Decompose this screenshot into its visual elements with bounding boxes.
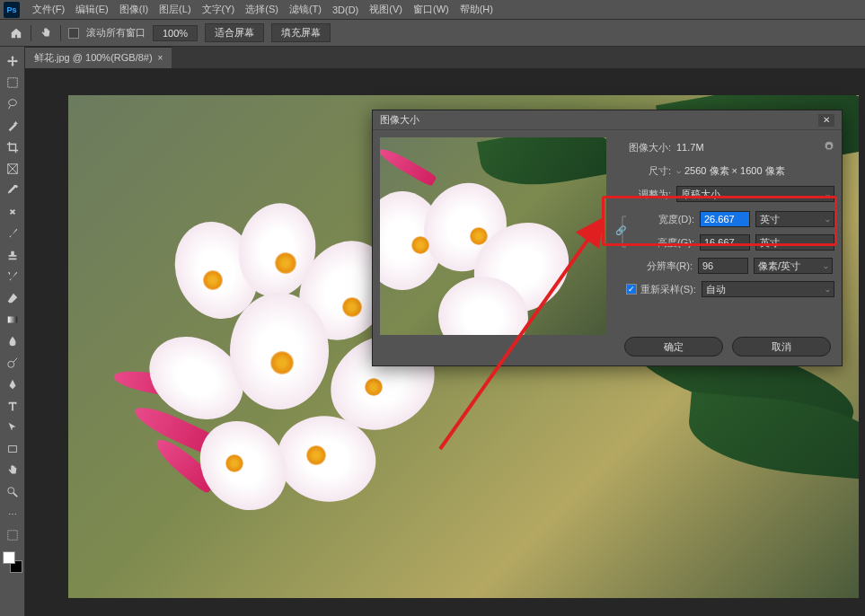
chevron-down-icon: ⌵	[825, 286, 830, 294]
hand-tool-icon[interactable]	[3, 461, 22, 480]
gear-icon[interactable]	[824, 141, 834, 154]
fill-screen-button[interactable]: 填充屏幕	[271, 23, 331, 42]
menubar: 文件(F) 编辑(E) 图像(I) 图层(L) 文字(Y) 选择(S) 滤镜(T…	[0, 0, 865, 20]
scroll-all-label: 滚动所有窗口	[86, 26, 146, 40]
color-swatches[interactable]	[3, 551, 22, 573]
resolution-input[interactable]	[698, 258, 748, 274]
cancel-button[interactable]: 取消	[732, 337, 831, 356]
ok-button[interactable]: 确定	[624, 337, 723, 356]
rectangle-tool-icon[interactable]	[3, 439, 22, 459]
height-input[interactable]	[700, 234, 750, 251]
dimensions-label: 尺寸:	[613, 164, 676, 178]
home-icon[interactable]	[9, 26, 23, 40]
menu-edit[interactable]: 编辑(E)	[70, 3, 114, 16]
chevron-down-icon: ⌵	[825, 216, 830, 224]
resample-label: 重新采样(S):	[640, 283, 696, 296]
gradient-tool-icon[interactable]	[3, 310, 22, 330]
stamp-tool-icon[interactable]	[3, 245, 22, 265]
width-label: 宽度(D):	[631, 213, 700, 226]
menu-file[interactable]: 文件(F)	[27, 3, 70, 16]
image-size-value: 11.7M	[676, 142, 704, 153]
dialog-titlebar[interactable]: 图像大小 ✕	[373, 110, 842, 130]
move-tool-icon[interactable]	[3, 51, 22, 71]
document-tab[interactable]: 鲜花.jpg @ 100%(RGB/8#) ×	[25, 47, 172, 68]
width-input[interactable]	[700, 211, 750, 227]
zoom-button[interactable]: 100%	[153, 25, 198, 41]
menu-layer[interactable]: 图层(L)	[154, 3, 196, 16]
toolbar-more-icon[interactable]: ⋯	[3, 504, 22, 524]
resample-select-value: 自动	[706, 283, 726, 296]
document-tabbar: 鲜花.jpg @ 100%(RGB/8#) ×	[25, 47, 865, 68]
dialog-title-text: 图像大小	[380, 113, 419, 127]
height-unit-value: 英寸	[760, 236, 780, 250]
marquee-tool-icon[interactable]	[3, 73, 22, 92]
fit-screen-button[interactable]: 适合屏幕	[205, 23, 264, 42]
width-unit-select[interactable]: 英寸 ⌵	[755, 211, 834, 227]
adjust-select-value: 原稿大小	[681, 188, 720, 201]
svg-rect-8	[7, 531, 17, 541]
resample-select[interactable]: 自动 ⌵	[702, 281, 834, 297]
history-brush-tool-icon[interactable]	[3, 267, 22, 286]
path-selection-tool-icon[interactable]	[3, 418, 22, 437]
close-icon[interactable]: ×	[158, 53, 163, 63]
menu-help[interactable]: 帮助(H)	[455, 3, 499, 16]
scroll-all-checkbox[interactable]	[68, 28, 79, 39]
eraser-tool-icon[interactable]	[3, 288, 22, 308]
document-tab-label: 鲜花.jpg @ 100%(RGB/8#)	[34, 51, 153, 65]
height-label: 高度(G):	[631, 236, 700, 250]
preview-thumbnail	[380, 137, 606, 335]
menu-image[interactable]: 图像(I)	[114, 3, 154, 16]
close-icon[interactable]: ✕	[818, 114, 834, 127]
menu-select[interactable]: 选择(S)	[240, 3, 284, 16]
frame-tool-icon[interactable]	[3, 159, 22, 179]
edit-toolbar-icon[interactable]	[3, 525, 22, 545]
image-size-dialog: 图像大小 ✕ 图像大小: 11.7M 尺寸: ⌵ 2560	[372, 110, 843, 366]
svg-rect-4	[7, 317, 17, 323]
menu-filter[interactable]: 滤镜(T)	[284, 3, 327, 16]
crop-tool-icon[interactable]	[3, 137, 22, 157]
adjust-select[interactable]: 原稿大小 ⌵	[676, 186, 834, 202]
hand-tool-icon[interactable]	[39, 26, 53, 40]
blur-tool-icon[interactable]	[3, 331, 22, 351]
resolution-label: 分辨率(R):	[630, 260, 698, 273]
options-bar: 滚动所有窗口 100% 适合屏幕 填充屏幕	[0, 20, 865, 47]
svg-rect-6	[8, 446, 16, 453]
chevron-down-icon: ⌵	[825, 190, 830, 198]
image-size-label: 图像大小:	[613, 141, 676, 154]
dodge-tool-icon[interactable]	[3, 353, 22, 373]
menu-view[interactable]: 视图(V)	[364, 3, 408, 16]
resample-checkbox[interactable]	[626, 284, 637, 295]
menu-3d[interactable]: 3D(D)	[327, 4, 364, 15]
svg-rect-0	[7, 78, 17, 88]
menu-window[interactable]: 窗口(W)	[408, 3, 455, 16]
svg-point-7	[7, 488, 13, 494]
ps-logo: Ps	[4, 2, 20, 18]
resolution-unit-value: 像素/英寸	[758, 260, 800, 273]
menu-type[interactable]: 文字(Y)	[197, 3, 241, 16]
chevron-down-icon[interactable]: ⌵	[676, 166, 681, 175]
height-unit-select[interactable]: 英寸 ⌵	[755, 234, 834, 251]
healing-tool-icon[interactable]	[3, 202, 22, 222]
dimensions-value: 2560 像素 × 1600 像素	[684, 164, 785, 178]
adjust-label: 调整为:	[613, 188, 676, 201]
width-unit-value: 英寸	[760, 213, 780, 226]
pen-tool-icon[interactable]	[3, 374, 22, 394]
eyedropper-tool-icon[interactable]	[3, 180, 22, 200]
link-dimensions-icon[interactable]: 🔗	[613, 209, 630, 254]
foreground-swatch[interactable]	[3, 551, 15, 564]
type-tool-icon[interactable]	[3, 396, 22, 416]
chevron-down-icon: ⌵	[825, 239, 830, 247]
toolbar: ⋯	[0, 47, 25, 616]
wand-tool-icon[interactable]	[3, 116, 22, 136]
svg-point-5	[7, 361, 13, 367]
lasso-tool-icon[interactable]	[3, 94, 22, 114]
resolution-unit-select[interactable]: 像素/英寸 ⌵	[754, 258, 833, 274]
chevron-down-icon: ⌵	[824, 262, 828, 270]
zoom-tool-icon[interactable]	[3, 482, 22, 502]
brush-tool-icon[interactable]	[3, 224, 22, 243]
